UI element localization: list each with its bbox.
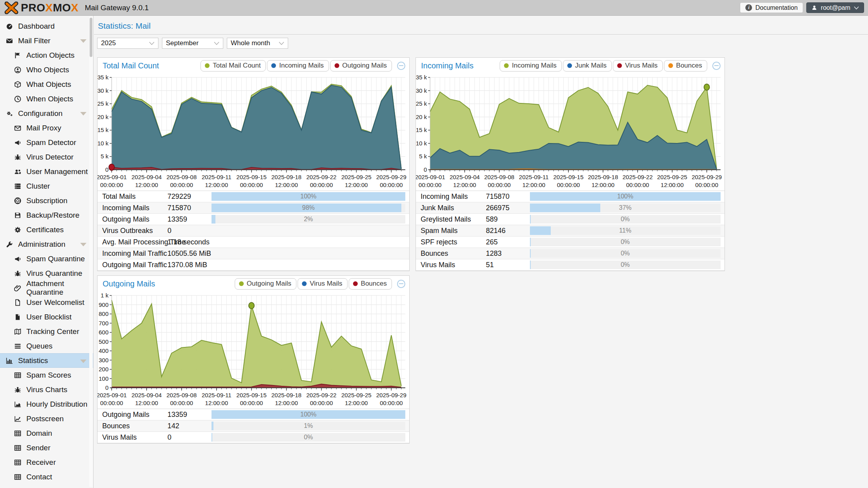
sidebar-item-administration[interactable]: Administration bbox=[0, 237, 93, 251]
stat-label: Virus Outbreaks bbox=[97, 227, 167, 235]
legend-button-outgoing-mails[interactable]: Outgoing Mails bbox=[330, 60, 392, 72]
stat-row-incoming-mails[interactable]: Incoming Mails 715870 98% bbox=[97, 202, 409, 214]
life-ring-icon bbox=[13, 197, 22, 204]
sidebar-item-user-welcomelist[interactable]: User Welcomelist bbox=[0, 295, 93, 310]
sidebar-item-user-blocklist[interactable]: User Blocklist bbox=[0, 310, 93, 324]
sidebar-item-action-objects[interactable]: Action Objects bbox=[0, 48, 93, 62]
percent-bar: 2% bbox=[211, 215, 405, 224]
stat-row-virus-mails[interactable]: Virus Mails 0 0% bbox=[97, 432, 409, 443]
wrench-icon bbox=[5, 241, 14, 248]
stat-row-avg-mail-processing-time[interactable]: Avg. Mail Processing Time 1.18 seconds bbox=[97, 237, 409, 248]
sidebar-item-label: Postscreen bbox=[26, 415, 64, 423]
sidebar-item-when-objects[interactable]: When Objects bbox=[0, 92, 93, 106]
sidebar-item-cluster[interactable]: Cluster bbox=[0, 179, 93, 193]
svg-text:2025-09-04: 2025-09-04 bbox=[132, 174, 162, 180]
legend-button-bounces[interactable]: Bounces bbox=[664, 60, 707, 72]
legend-button-virus-mails[interactable]: Virus Mails bbox=[613, 60, 663, 72]
svg-text:00:00:00: 00:00:00 bbox=[240, 182, 263, 188]
stat-row-outgoing-mails[interactable]: Outgoing Mails 13359 2% bbox=[97, 214, 409, 225]
svg-text:900: 900 bbox=[99, 301, 108, 308]
collapse-panel-icon[interactable] bbox=[397, 280, 405, 288]
stat-row-junk-mails[interactable]: Junk Mails 266975 37% bbox=[416, 202, 725, 214]
stat-row-incoming-mail-traffic[interactable]: Incoming Mail Traffic 10505.56 MiB bbox=[97, 248, 409, 259]
legend-button-junk-mails[interactable]: Junk Mails bbox=[563, 60, 612, 72]
stat-label: Bounces bbox=[416, 250, 486, 258]
sidebar-item-mail-filter[interactable]: Mail Filter bbox=[0, 33, 93, 48]
sidebar-item-what-objects[interactable]: What Objects bbox=[0, 77, 93, 92]
legend-button-outgoing-mails[interactable]: Outgoing Mails bbox=[235, 278, 296, 290]
sidebar-item-user-management[interactable]: User Management bbox=[0, 164, 93, 179]
stat-row-outgoing-mail-traffic[interactable]: Outgoing Mail Traffic 1370.08 MiB bbox=[97, 259, 409, 271]
svg-text:2025-09-22: 2025-09-22 bbox=[623, 174, 653, 180]
sidebar-item-virus-charts[interactable]: Virus Charts bbox=[0, 382, 93, 397]
svg-text:12:00:00: 12:00:00 bbox=[661, 182, 684, 188]
panel-outgoing-mails: Outgoing Mails Outgoing Mails Virus Mail… bbox=[97, 275, 410, 444]
sidebar-item-who-objects[interactable]: Who Objects bbox=[0, 62, 93, 77]
sidebar-item-domain[interactable]: Domain bbox=[0, 426, 93, 440]
sidebar-item-attachment-quarantine[interactable]: Attachment Quarantine bbox=[0, 281, 93, 295]
sidebar-item-label: Queues bbox=[26, 342, 53, 350]
sidebar-item-contact[interactable]: Contact bbox=[0, 470, 93, 484]
sidebar-item-spam-detector[interactable]: Spam Detector bbox=[0, 135, 93, 150]
sidebar-item-label: Who Objects bbox=[26, 66, 69, 74]
sidebar-item-subscription[interactable]: Subscription bbox=[0, 193, 93, 208]
sidebar-item-sender[interactable]: Sender bbox=[0, 440, 93, 455]
chevron-down-icon bbox=[80, 243, 86, 246]
sidebar-item-spam-scores[interactable]: Spam Scores bbox=[0, 368, 93, 382]
sidebar-item-backup-restore[interactable]: Backup/Restore bbox=[0, 208, 93, 222]
sidebar-item-virus-detector[interactable]: Virus Detector bbox=[0, 150, 93, 164]
range-select[interactable]: Whole month bbox=[227, 38, 288, 49]
sidebar-item-label: Backup/Restore bbox=[26, 211, 79, 220]
month-select[interactable]: September bbox=[162, 38, 223, 49]
sidebar-item-receiver[interactable]: Receiver bbox=[0, 455, 93, 470]
sidebar-item-spam-quarantine[interactable]: Spam Quarantine bbox=[0, 251, 93, 266]
flag-icon bbox=[13, 52, 22, 59]
sidebar-item-label: Receiver bbox=[26, 458, 56, 467]
sidebar-scrollbar-thumb[interactable] bbox=[90, 18, 92, 57]
sidebar-item-virus-quarantine[interactable]: Virus Quarantine bbox=[0, 266, 93, 281]
documentation-button[interactable]: i Documentation bbox=[740, 2, 803, 13]
user-circle-icon bbox=[13, 66, 22, 73]
stat-row-outgoing-mails[interactable]: Outgoing Mails 13359 100% bbox=[97, 409, 409, 420]
stat-value: 51 bbox=[486, 261, 530, 269]
legend-button-total-mail-count[interactable]: Total Mail Count bbox=[200, 60, 266, 72]
sidebar-item-certificates[interactable]: Certificates bbox=[0, 222, 93, 237]
stat-row-bounces[interactable]: Bounces 1283 0% bbox=[416, 248, 725, 259]
stat-row-bounces[interactable]: Bounces 142 1% bbox=[97, 420, 409, 432]
proxmox-logo: PROXMOX bbox=[4, 2, 79, 14]
stat-row-spf-rejects[interactable]: SPF rejects 265 0% bbox=[416, 237, 725, 248]
svg-text:00:00:00: 00:00:00 bbox=[170, 400, 193, 406]
svg-text:12:00:00: 12:00:00 bbox=[592, 182, 614, 188]
stat-row-total-mails[interactable]: Total Mails 729229 100% bbox=[97, 191, 409, 202]
legend-button-virus-mails[interactable]: Virus Mails bbox=[298, 278, 348, 290]
svg-text:00:00:00: 00:00:00 bbox=[419, 182, 441, 188]
year-select[interactable]: 2025 bbox=[97, 38, 158, 49]
sidebar-item-postscreen[interactable]: Postscreen bbox=[0, 411, 93, 426]
sidebar-item-label: Statistics bbox=[18, 356, 48, 365]
sidebar-item-queues[interactable]: Queues bbox=[0, 339, 93, 353]
stat-row-virus-mails[interactable]: Virus Mails 51 0% bbox=[416, 259, 725, 271]
percent-bar: 98% bbox=[211, 204, 405, 212]
collapse-panel-icon[interactable] bbox=[397, 62, 405, 70]
sidebar-item-dashboard[interactable]: Dashboard bbox=[0, 19, 93, 33]
stat-row-greylisted-mails[interactable]: Greylisted Mails 589 0% bbox=[416, 214, 725, 225]
stat-row-spam-mails[interactable]: Spam Mails 82146 11% bbox=[416, 225, 725, 237]
stat-row-incoming-mails[interactable]: Incoming Mails 715870 100% bbox=[416, 191, 725, 202]
sidebar-item-label: Mail Proxy bbox=[26, 124, 61, 132]
sidebar-item-tracking-center[interactable]: Tracking Center bbox=[0, 324, 93, 339]
user-menu-button[interactable]: root@pam bbox=[806, 2, 864, 13]
stat-row-virus-outbreaks[interactable]: Virus Outbreaks 0 bbox=[97, 225, 409, 237]
sidebar-item-label: Hourly Distribution bbox=[26, 400, 87, 409]
collapse-panel-icon[interactable] bbox=[712, 62, 721, 70]
seal-icon bbox=[13, 226, 22, 233]
sidebar-item-statistics[interactable]: Statistics bbox=[0, 353, 93, 368]
svg-text:1 k: 1 k bbox=[101, 292, 109, 299]
legend-button-bounces[interactable]: Bounces bbox=[349, 278, 392, 290]
sidebar-item-hourly-distribution[interactable]: Hourly Distribution bbox=[0, 397, 93, 411]
sidebar-item-configuration[interactable]: Configuration bbox=[0, 106, 93, 121]
sidebar-item-mail-proxy[interactable]: Mail Proxy bbox=[0, 121, 93, 135]
svg-text:15 k: 15 k bbox=[97, 127, 108, 133]
legend-button-incoming-mails[interactable]: Incoming Mails bbox=[267, 60, 329, 72]
svg-text:2025-09-18: 2025-09-18 bbox=[271, 392, 302, 398]
legend-button-incoming-mails[interactable]: Incoming Mails bbox=[500, 60, 561, 72]
